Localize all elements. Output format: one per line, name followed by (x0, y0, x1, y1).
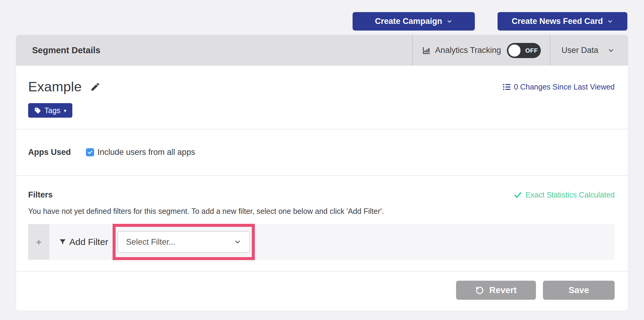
changes-since-last-viewed-link[interactable]: 0 Changes Since Last Viewed (503, 83, 615, 91)
user-data-dropdown[interactable]: User Data (561, 46, 615, 55)
analytics-tracking-label: Analytics Tracking (435, 46, 501, 55)
top-action-bar: Create Campaign Create News Feed Card (353, 12, 627, 31)
toggle-state-label: OFF (523, 43, 540, 58)
analytics-tracking-group: Analytics Tracking OFF (422, 43, 541, 58)
header-divider (550, 35, 550, 66)
analytics-tracking-toggle[interactable]: OFF (507, 43, 541, 58)
add-filter-row: + Add Filter Select Filter... (28, 224, 615, 260)
list-icon (503, 83, 511, 91)
exact-statistics-label: Exact Statistics Calculated (525, 191, 615, 199)
header-divider (412, 35, 413, 66)
revert-button-label: Revert (489, 285, 517, 295)
filter-funnel-icon (59, 238, 67, 246)
segment-details-card: Segment Details Analytics Tracking OFF U… (16, 35, 628, 311)
revert-button[interactable]: Revert (456, 281, 536, 300)
user-data-label: User Data (561, 46, 598, 55)
create-news-feed-card-button[interactable]: Create News Feed Card (498, 12, 627, 31)
undo-icon (475, 286, 484, 295)
edit-name-button[interactable] (90, 82, 100, 92)
check-icon (514, 191, 522, 199)
add-filter-plus-button[interactable]: + (28, 224, 49, 260)
segment-details-page: Create Campaign Create News Feed Card Se… (0, 0, 644, 320)
apps-used-label: Apps Used (28, 148, 86, 157)
select-filter-dropdown[interactable]: Select Filter... (117, 231, 250, 253)
chevron-down-icon (607, 18, 613, 24)
pencil-icon (90, 82, 100, 92)
changes-link-label: 0 Changes Since Last Viewed (514, 83, 615, 91)
filters-title: Filters (28, 190, 53, 200)
exact-statistics-status: Exact Statistics Calculated (514, 191, 615, 199)
check-icon (87, 149, 93, 155)
chevron-down-icon (607, 47, 615, 54)
bar-chart-icon (422, 46, 431, 55)
create-news-feed-card-label: Create News Feed Card (512, 17, 603, 26)
select-filter-placeholder: Select Filter... (126, 237, 176, 247)
create-campaign-button[interactable]: Create Campaign (353, 12, 475, 31)
chevron-down-icon (446, 18, 452, 24)
filters-header-row: Filters Exact Statistics Calculated (28, 190, 615, 200)
tags-button-label: Tags (44, 106, 61, 115)
segment-name: Example (28, 79, 82, 95)
segment-name-row: Example 0 Changes Since Last Viewed (28, 79, 615, 95)
caret-down-icon: ▾ (64, 107, 67, 113)
card-header: Segment Details Analytics Tracking OFF U… (16, 35, 628, 66)
include-all-apps-checkbox[interactable] (86, 148, 94, 156)
save-button[interactable]: Save (543, 281, 615, 300)
segment-name-section: Example 0 Changes Since Last Viewed Tags… (16, 66, 628, 129)
include-all-apps-label: Include users from all apps (97, 148, 195, 157)
tags-button[interactable]: Tags ▾ (28, 103, 72, 118)
select-filter-highlight-box: Select Filter... (113, 224, 255, 260)
chevron-down-icon (234, 238, 242, 246)
page-title: Segment Details (32, 45, 412, 55)
apps-used-section: Apps Used Include users from all apps (16, 129, 628, 175)
add-filter-label-group: Add Filter (59, 237, 108, 247)
create-campaign-label: Create Campaign (375, 17, 442, 26)
toggle-knob (508, 44, 521, 57)
add-filter-label: Add Filter (69, 237, 108, 247)
plus-icon: + (36, 237, 42, 248)
filters-section: Filters Exact Statistics Calculated You … (16, 176, 628, 271)
tag-icon (34, 107, 41, 114)
filters-empty-message: You have not yet defined filters for thi… (28, 207, 615, 216)
footer-actions: Revert Save (16, 272, 628, 311)
save-button-label: Save (569, 285, 589, 295)
